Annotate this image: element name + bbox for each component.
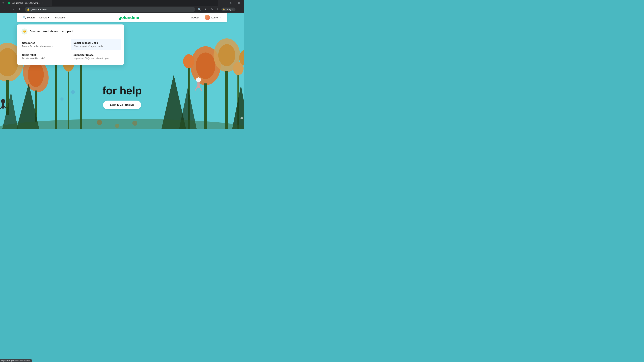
donate-chevron-icon: ▾	[48, 16, 49, 18]
download-icon[interactable]: ⇓	[215, 7, 220, 12]
handshake-icon: 🤝	[23, 30, 26, 33]
user-chevron-icon: ▾	[220, 16, 221, 18]
incognito-icon: 🕵	[223, 8, 225, 10]
extensions-icon[interactable]: ⚙	[209, 7, 214, 12]
address-actions: 🔍 ★ ⚙ ⇓ 🕵 Incognito ⋮	[197, 7, 242, 12]
tab-favicon: G	[8, 2, 10, 4]
search-nav-item[interactable]: 🔍 Search	[21, 14, 37, 20]
categories-desc: Browse fundraisers by category	[22, 45, 68, 47]
crisis-relief-title: Crisis relief	[22, 53, 68, 56]
tab-title: GoFundMe | The #1 Crowdfund...	[12, 2, 40, 4]
svg-point-32	[1, 99, 5, 103]
reload-button[interactable]: ↻	[18, 7, 23, 12]
navbar: 🔍 Search Donate ▾ Fundraise ▾ gofundme A…	[17, 13, 228, 22]
url-text: gofundme.com	[31, 8, 193, 11]
donate-nav-item[interactable]: Donate ▾	[38, 15, 51, 20]
tab-bar-spacer	[52, 0, 218, 6]
gofundme-logo[interactable]: gofundme	[118, 15, 139, 20]
new-tab-button[interactable]: +	[46, 1, 51, 5]
search-icon: 🔍	[23, 16, 26, 19]
crisis-relief-desc: Donate to verified relief	[22, 57, 68, 59]
hero-text: for help Start a GoFundMe	[102, 85, 142, 109]
active-tab[interactable]: G GoFundMe | The #1 Crowdfund... ✕	[6, 0, 46, 6]
fundraise-chevron-icon: ▾	[66, 16, 66, 18]
svg-point-5	[28, 62, 44, 87]
scroll-indicator	[240, 117, 243, 119]
supporter-space-desc: Inspiration, FAQs, and where to give	[74, 57, 119, 59]
avatar: L	[204, 15, 210, 20]
about-label: About	[191, 16, 198, 19]
forward-button[interactable]: →	[10, 7, 16, 12]
hero-cta: Start a GoFundMe	[102, 100, 142, 109]
incognito-label: Incognito	[226, 8, 234, 10]
incognito-badge: 🕵 Incognito	[221, 7, 236, 11]
user-menu-item[interactable]: L Lauren ▾	[202, 13, 224, 21]
svg-point-19	[218, 44, 235, 66]
user-name-label: Lauren	[211, 16, 219, 19]
search-label: Search	[27, 16, 35, 19]
browser-menu-button[interactable]: ⋮	[237, 7, 242, 12]
dropdown-item-categories[interactable]: Categories Browse fundraisers by categor…	[20, 39, 70, 50]
social-impact-desc: Direct support of urgent needs	[74, 45, 119, 47]
nav-center: gofundme	[68, 15, 189, 20]
fundraise-nav-item[interactable]: Fundraise ▾	[52, 15, 68, 20]
dropdown-header: 🤝 Discover fundraisers to support	[20, 27, 122, 37]
close-button[interactable]: ✕	[235, 0, 243, 5]
address-bar: ← → ↻ 🔒 gofundme.com 🔍 ★ ⚙ ⇓ 🕵 Incognito…	[0, 6, 244, 13]
dropdown-item-crisis-relief[interactable]: Crisis relief Donate to verified relief	[20, 51, 70, 62]
dropdown-header-icon: 🤝	[22, 28, 28, 34]
fundraise-label: Fundraise	[54, 16, 65, 19]
supporter-space-title: Supporter Space	[74, 53, 119, 56]
nav-left: 🔍 Search Donate ▾ Fundraise ▾	[21, 14, 68, 20]
maximize-button[interactable]: ⧉	[227, 0, 234, 5]
url-bar[interactable]: 🔒 gofundme.com	[25, 7, 195, 12]
search-icon[interactable]: 🔍	[197, 7, 202, 12]
nav-right: About ▾ L Lauren ▾	[189, 13, 224, 21]
tab-group-arrow[interactable]: ▼	[1, 1, 5, 5]
tab-close-button[interactable]: ✕	[41, 2, 44, 4]
about-nav-item[interactable]: About ▾	[189, 15, 201, 20]
svg-point-36	[196, 77, 201, 82]
security-icon: 🔒	[27, 8, 30, 11]
categories-title: Categories	[22, 41, 68, 44]
dropdown-header-text: Discover fundraisers to support	[30, 30, 73, 33]
back-button[interactable]: ←	[3, 7, 8, 12]
bookmark-icon[interactable]: ★	[203, 7, 208, 12]
svg-rect-9	[80, 57, 82, 129]
start-gofundme-button[interactable]: Start a GoFundMe	[103, 100, 141, 109]
about-chevron-icon: ▾	[198, 16, 199, 18]
donate-label: Donate	[40, 16, 48, 19]
minimize-button[interactable]: —	[218, 0, 226, 5]
svg-point-16	[196, 52, 215, 79]
social-impact-title: Social Impact Funds	[74, 41, 119, 44]
window-controls: — ⧉ ✕	[218, 0, 243, 5]
hero-subtitle: for help	[102, 85, 142, 96]
dropdown-item-supporter-space[interactable]: Supporter Space Inspiration, FAQs, and w…	[71, 51, 122, 62]
dropdown-item-social-impact[interactable]: Social Impact Funds Direct support of ur…	[71, 39, 122, 50]
dropdown-grid: Categories Browse fundraisers by categor…	[20, 39, 122, 62]
svg-point-24	[183, 54, 194, 68]
donate-dropdown: 🤝 Discover fundraisers to support Catego…	[17, 24, 124, 65]
svg-rect-20	[226, 71, 228, 129]
browser-tab-bar: ▼ G GoFundMe | The #1 Crowdfund... ✕ + —…	[0, 0, 244, 6]
page-container: 🔍 Search Donate ▾ Fundraise ▾ gofundme A…	[0, 13, 244, 129]
